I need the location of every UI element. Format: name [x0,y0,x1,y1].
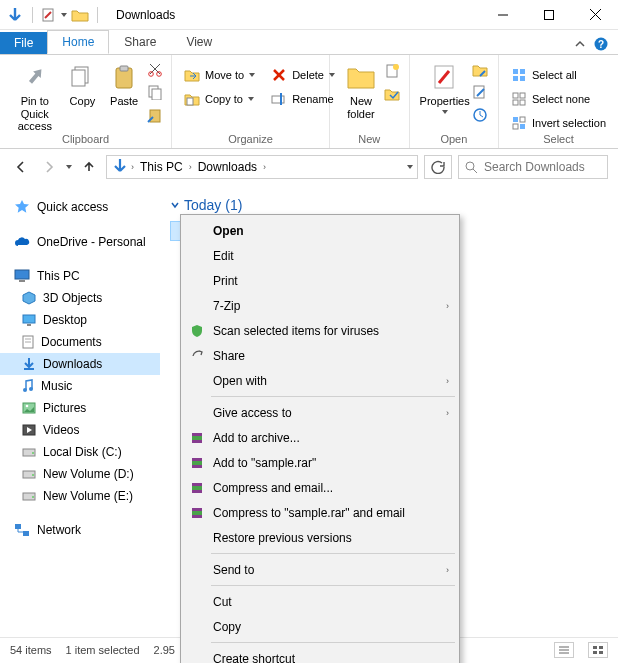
delete-button[interactable]: Delete [267,65,339,85]
sidebar-pictures[interactable]: Pictures [0,397,160,419]
sidebar-disk-d[interactable]: New Volume (D:) [0,463,160,485]
sidebar-onedrive[interactable]: OneDrive - Personal [0,231,160,253]
svg-rect-29 [520,76,525,81]
svg-point-48 [23,388,27,392]
svg-rect-41 [19,280,25,282]
view-icons-button[interactable] [588,642,608,658]
winrar-icon [189,480,205,496]
sidebar-downloads[interactable]: Downloads [0,353,160,375]
rename-button[interactable]: Rename [267,89,339,109]
back-button[interactable] [10,156,32,178]
address-history-icon[interactable] [407,165,413,169]
cut-icon[interactable] [147,61,163,80]
up-button[interactable] [78,156,100,178]
recent-locations-icon[interactable] [66,165,72,169]
sidebar-3dobjects[interactable]: 3D Objects [0,287,160,309]
ctx-compresssample[interactable]: Compress to "sample.rar" and email [183,500,457,525]
chevron-down-icon[interactable] [61,13,67,17]
ctx-openwith[interactable]: Open with› [183,368,457,393]
collapse-ribbon-icon[interactable] [574,38,586,53]
winrar-icon [189,455,205,471]
ctx-open[interactable]: Open [183,218,457,243]
open-icon[interactable] [472,63,488,80]
ctx-addarchive[interactable]: Add to archive... [183,425,457,450]
tab-share[interactable]: Share [109,30,171,54]
search-box[interactable]: Search Downloads [458,155,608,179]
copyto-button[interactable]: Copy to [180,89,259,109]
ctx-copy[interactable]: Copy [183,614,457,639]
svg-rect-8 [72,70,85,86]
search-icon [465,161,478,174]
easy-access-icon[interactable] [384,86,400,105]
svg-rect-30 [513,93,518,98]
ctx-sendto[interactable]: Send to› [183,557,457,582]
view-details-button[interactable] [554,642,574,658]
location-icon [111,157,129,178]
svg-rect-68 [192,511,202,515]
group-label-new: New [330,133,409,148]
invert-selection-button[interactable]: Invert selection [507,113,610,133]
chevron-down-icon [170,200,180,210]
sidebar-disk-c[interactable]: Local Disk (C:) [0,441,160,463]
new-item-icon[interactable] [384,63,400,82]
ctx-restore[interactable]: Restore previous versions [183,525,457,550]
tab-home[interactable]: Home [47,30,109,54]
ctx-shortcut[interactable]: Create shortcut [183,646,457,663]
svg-text:?: ? [598,39,604,50]
properties-button[interactable]: Properties [418,59,472,114]
svg-rect-14 [152,89,161,100]
ctx-share[interactable]: Share [183,343,457,368]
svg-rect-37 [520,124,525,129]
edit-icon[interactable] [472,84,488,103]
tab-view[interactable]: View [171,30,227,54]
svg-rect-66 [192,486,202,490]
new-folder-button[interactable]: New folder [338,59,384,120]
maximize-button[interactable] [526,0,572,30]
ctx-7zip[interactable]: 7-Zip› [183,293,457,318]
ctx-print[interactable]: Print [183,268,457,293]
qat-properties-icon[interactable] [41,7,57,23]
cube-icon [22,291,36,305]
sidebar-disk-e[interactable]: New Volume (E:) [0,485,160,507]
paste-button[interactable]: Paste [103,59,145,108]
address-bar[interactable]: › This PC › Downloads › [106,155,418,179]
svg-rect-15 [150,110,160,122]
svg-rect-34 [513,117,518,122]
sidebar-network[interactable]: Network [0,519,160,541]
close-button[interactable] [572,0,618,30]
sidebar-thispc[interactable]: This PC [0,265,160,287]
svg-rect-26 [513,69,518,74]
share-icon [189,348,205,364]
select-all-button[interactable]: Select all [507,65,610,85]
pin-quick-access-button[interactable]: Pin to Quick access [8,59,62,133]
sidebar-videos[interactable]: Videos [0,419,160,441]
window-title: Downloads [108,8,175,22]
select-none-button[interactable]: Select none [507,89,610,109]
paste-shortcut-icon[interactable] [147,107,163,126]
ctx-compressemail[interactable]: Compress and email... [183,475,457,500]
breadcrumb-thispc[interactable]: This PC [136,160,187,174]
sidebar-quick-access[interactable]: Quick access [0,195,160,219]
sidebar-desktop[interactable]: Desktop [0,309,160,331]
ctx-cut[interactable]: Cut [183,589,457,614]
svg-rect-75 [599,651,603,654]
history-icon[interactable] [472,107,488,126]
moveto-button[interactable]: Move to [180,65,259,85]
ctx-giveaccess[interactable]: Give access to› [183,400,457,425]
copy-path-icon[interactable] [147,84,163,103]
help-icon[interactable]: ? [594,37,608,54]
refresh-button[interactable] [424,155,452,179]
ctx-scan[interactable]: Scan selected items for viruses [183,318,457,343]
breadcrumb-downloads[interactable]: Downloads [194,160,261,174]
sidebar-music[interactable]: Music [0,375,160,397]
ctx-edit[interactable]: Edit [183,243,457,268]
group-label-open: Open [410,133,498,148]
minimize-button[interactable] [480,0,526,30]
tab-file[interactable]: File [0,32,47,54]
svg-rect-31 [520,93,525,98]
copy-button[interactable]: Copy [62,59,104,108]
sidebar-documents[interactable]: Documents [0,331,160,353]
ctx-addsample[interactable]: Add to "sample.rar" [183,450,457,475]
qat-folder-icon[interactable] [71,8,89,22]
picture-icon [22,402,36,414]
